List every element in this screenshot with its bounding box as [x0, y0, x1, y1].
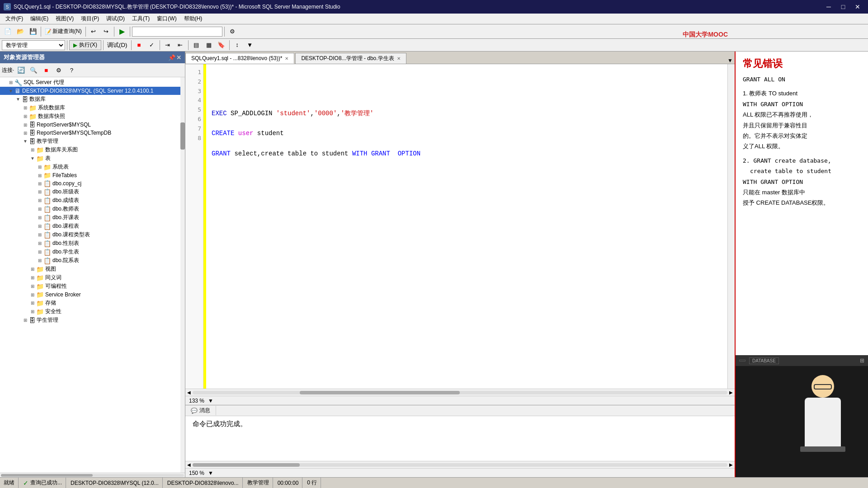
- close-button[interactable]: ✕: [851, 2, 864, 12]
- horizontal-scrollbar[interactable]: ◀ ▶: [185, 389, 735, 396]
- tree-item-snapshots[interactable]: ⊞ 📁 数据库快照: [0, 112, 180, 121]
- oe-refresh-button[interactable]: 🔄: [15, 64, 27, 76]
- oe-pin-icon[interactable]: 📌: [168, 54, 175, 61]
- query-tab[interactable]: SQLQuery1.sql - ...8328\lenovo (53))* ✕: [185, 53, 294, 64]
- tree-item-student-mgmt[interactable]: ⊞ 🗄 学生管理: [0, 316, 180, 324]
- results-scrollbar[interactable]: ◀ ▶: [185, 461, 735, 468]
- tree-item-course[interactable]: ⊞ 📋 dbo.课程表: [0, 222, 180, 230]
- oe-close-icon[interactable]: ✕: [176, 54, 181, 61]
- oe-scroll-thumb[interactable]: [180, 122, 185, 150]
- align-left-button[interactable]: ▤: [190, 39, 202, 51]
- menu-edit[interactable]: 编辑(E): [27, 14, 52, 23]
- settings-button[interactable]: ⚙: [226, 26, 238, 38]
- tree-item-student[interactable]: ⊞ 📋 dbo.学生表: [0, 248, 180, 256]
- table-tab-close[interactable]: ✕: [397, 56, 401, 61]
- res-scroll-thumb[interactable]: [193, 463, 300, 467]
- query-tab-close[interactable]: ✕: [285, 56, 288, 61]
- expand-dept-icon: ⊞: [36, 258, 43, 263]
- oe-stop-button[interactable]: ■: [40, 64, 52, 76]
- video-bar-label: DATABASE: [749, 357, 779, 364]
- tree-item-server[interactable]: ▼ 🖥 DESKTOP-DIO8328\MYSQL (SQL Server 12…: [0, 87, 180, 95]
- tree-item-sys-tables[interactable]: ⊞ 📁 系统表: [0, 163, 180, 171]
- tree-item-service-broker[interactable]: ⊞ 📁 Service Broker: [0, 291, 180, 299]
- indent-button[interactable]: ⇥: [162, 39, 174, 51]
- tree-item-report-temp[interactable]: ⊞ 🗄 ReportServer$MYSQLTempDB: [0, 129, 180, 137]
- menu-project[interactable]: 项目(P): [77, 14, 103, 23]
- tree-item-synonyms[interactable]: ⊞ 📁 同义词: [0, 273, 180, 282]
- video-bar-icon[interactable]: ⊞: [860, 357, 864, 364]
- parse-button[interactable]: ✓: [146, 39, 158, 51]
- menu-debug[interactable]: 调试(D): [103, 14, 128, 23]
- minimize-button[interactable]: ─: [822, 2, 835, 12]
- oe-connect-label: 连接·: [2, 66, 14, 74]
- tree-item-storage[interactable]: ⊞ 📁 存储: [0, 299, 180, 307]
- menu-view[interactable]: 视图(V): [52, 14, 77, 23]
- databases-icon: 🗄: [22, 96, 28, 103]
- run-button[interactable]: ▶: [116, 26, 128, 38]
- menu-file[interactable]: 文件(F): [2, 14, 27, 23]
- scroll-thumb[interactable]: [300, 391, 460, 394]
- tree-item-copy-cj[interactable]: ⊞ 📋 dbo.copy_cj: [0, 179, 180, 188]
- tree-item-databases[interactable]: ▼ 🗄 数据库: [0, 95, 180, 103]
- table-tab[interactable]: DESKTOP-DIO8...学管理 - dbo.学生表 ✕: [295, 53, 406, 64]
- stop-button[interactable]: ■: [133, 39, 145, 51]
- tree-item-course-open[interactable]: ⊞ 📋 dbo.开课表: [0, 213, 180, 222]
- tree-item-tables[interactable]: ▼ 📁 表: [0, 154, 180, 163]
- sort-button[interactable]: ↕: [231, 39, 243, 51]
- oe-filter-button[interactable]: 🔍: [28, 64, 39, 76]
- tree-item-views[interactable]: ⊞ 📁 视图: [0, 265, 180, 273]
- tree-item-file-tables[interactable]: ⊞ 📁 FileTables: [0, 171, 180, 179]
- right-panel: 常见错误 中国大学MOOC GRANT ALL ON 1. 教师表 TO stu…: [735, 52, 868, 477]
- zoom-dropdown-btn[interactable]: ▼: [208, 398, 213, 404]
- tree-item-security[interactable]: ⊞ 📁 安全性: [0, 307, 180, 316]
- res-scroll-right[interactable]: ▶: [729, 462, 733, 467]
- oe-scrollbar[interactable]: [180, 77, 185, 473]
- outdent-button[interactable]: ⇤: [175, 39, 186, 51]
- editor-scrollbar[interactable]: [727, 64, 735, 389]
- oe-settings-button[interactable]: ⚙: [53, 64, 65, 76]
- oe-horizontal-scrollbar[interactable]: [0, 473, 185, 477]
- tree-item-diagrams[interactable]: ⊞ 📁 数据库关系图: [0, 145, 180, 154]
- tree-item-report-server[interactable]: ⊞ 🗄 ReportServer$MYSQL: [0, 121, 180, 129]
- redo-button[interactable]: ↪: [100, 26, 112, 38]
- tree-item-prog[interactable]: ⊞ 📁 可编程性: [0, 282, 180, 291]
- tables-icon: 📁: [36, 155, 44, 162]
- undo-button[interactable]: ↩: [88, 26, 99, 38]
- database-dropdown[interactable]: 教学管理: [2, 40, 65, 50]
- res-scroll-left[interactable]: ◀: [187, 462, 191, 467]
- open-button[interactable]: 📂: [14, 26, 26, 38]
- messages-tab[interactable]: 💬 消息: [185, 406, 216, 415]
- debug-button[interactable]: 调试(D): [105, 39, 129, 51]
- menu-tools[interactable]: 工具(T): [128, 14, 153, 23]
- tree-item-teacher[interactable]: ⊞ 📋 dbo.教师表: [0, 205, 180, 213]
- save-button[interactable]: 💾: [27, 26, 39, 38]
- tree-item-gender[interactable]: ⊞ 📋 dbo.性别表: [0, 239, 180, 248]
- security-label: 安全性: [45, 308, 61, 315]
- bookmark-button[interactable]: 🔖: [216, 39, 227, 51]
- tree-item-dept[interactable]: ⊞ 📋 dbo.院系表: [0, 256, 180, 265]
- tab-scroll[interactable]: ▼: [726, 57, 735, 64]
- tree-item-scores[interactable]: ⊞ 📋 dbo.成绩表: [0, 196, 180, 205]
- filter-button[interactable]: ▼: [244, 39, 256, 51]
- oe-help-button[interactable]: ?: [66, 64, 77, 76]
- tree-item-system-dbs[interactable]: ⊞ 📁 系统数据库: [0, 103, 180, 112]
- scroll-right-btn[interactable]: ▶: [729, 390, 733, 395]
- res-zoom-dropdown-btn[interactable]: ▼: [208, 470, 213, 476]
- code-editor[interactable]: EXEC SP_ADDLOGIN 'student','0000','教学管理'…: [206, 64, 727, 389]
- tree-item-teaching[interactable]: ▼ 🗄 教学管理: [0, 137, 180, 145]
- tree-item-class[interactable]: ⊞ 📋 dbo.班级表: [0, 188, 180, 196]
- tree-item-agent[interactable]: ⊞ 🔧 SQL Server 代理: [0, 78, 180, 87]
- align-right-button[interactable]: ▦: [203, 39, 215, 51]
- new-query-button[interactable]: 📝 新建查询(N): [43, 26, 84, 38]
- new-button[interactable]: 📄: [2, 26, 14, 38]
- tab-scroll-icon[interactable]: ▼: [727, 57, 733, 64]
- menu-window[interactable]: 窗口(W): [153, 14, 180, 23]
- tree-item-course-type[interactable]: ⊞ 📋 dbo.课程类型表: [0, 230, 180, 239]
- search-input[interactable]: [132, 27, 222, 37]
- execute-button[interactable]: ▶ 执行(X): [69, 40, 101, 50]
- menu-help[interactable]: 帮助(H): [180, 14, 206, 23]
- maximize-button[interactable]: □: [836, 2, 850, 12]
- expand-rst-icon: ⊞: [22, 131, 29, 136]
- system-dbs-label: 系统数据库: [38, 104, 65, 112]
- scroll-left-btn[interactable]: ◀: [187, 390, 191, 395]
